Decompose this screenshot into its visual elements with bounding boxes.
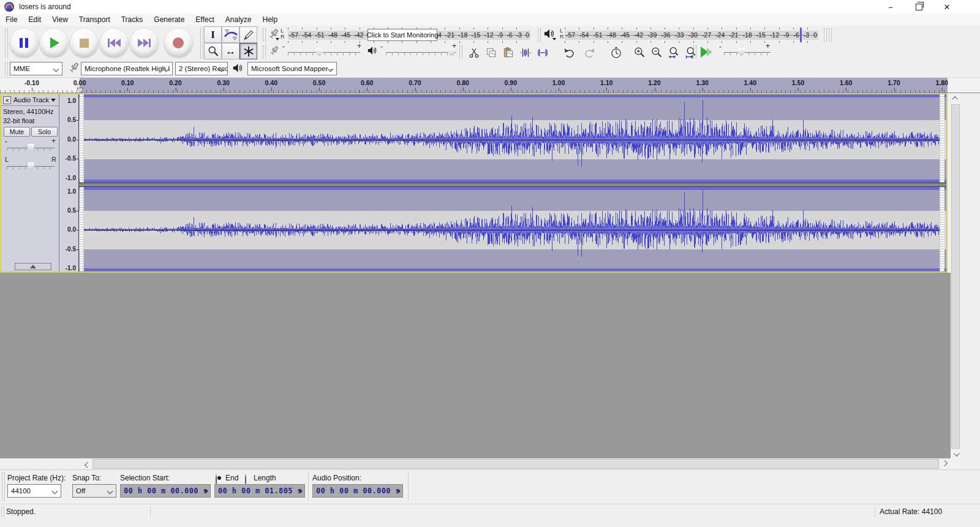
horizontal-scrollbar[interactable] <box>0 458 951 469</box>
waveform-channel-left[interactable] <box>80 97 944 180</box>
close-button[interactable]: ✕ <box>933 0 960 14</box>
horizontal-scrollbar-thumb[interactable] <box>92 459 939 469</box>
envelope-tool-button[interactable] <box>222 26 239 43</box>
timefield-dropdown-icon[interactable] <box>299 490 303 493</box>
length-radio-label[interactable]: Length <box>254 474 276 482</box>
audio-position-field[interactable]: 00 h 00 m 00.000 s <box>312 484 403 498</box>
scroll-left-button[interactable] <box>81 458 92 469</box>
pan-slider[interactable] <box>7 159 55 174</box>
copy-button[interactable] <box>483 45 499 60</box>
zoom-tool-button[interactable] <box>204 43 222 59</box>
play-button[interactable] <box>40 29 68 57</box>
menu-analyze[interactable]: Analyze <box>220 14 257 26</box>
vertical-scrollbar[interactable] <box>951 93 960 460</box>
skip-to-end-button[interactable] <box>130 29 158 57</box>
track-vertical-ruler[interactable]: 1.00.50.0-0.5-1.01.00.50.0-0.5-1.0 <box>59 94 79 271</box>
playback-device-select[interactable]: Microsoft Sound Mapper - <box>247 62 337 75</box>
zoom-out-button[interactable] <box>648 45 665 60</box>
channel-divider[interactable] <box>79 183 946 187</box>
menu-help[interactable]: Help <box>257 14 284 26</box>
end-radio-label[interactable]: End <box>225 474 238 482</box>
track-collapse-button[interactable] <box>15 263 51 270</box>
tools-toolbar-grip[interactable] <box>200 28 203 59</box>
menu-effect[interactable]: Effect <box>190 14 219 26</box>
selection-toolbar-grip[interactable] <box>2 472 5 501</box>
recording-meter-grip[interactable] <box>263 28 266 42</box>
clip-left-edge[interactable] <box>80 187 84 271</box>
minimize-button[interactable]: – <box>877 0 904 14</box>
trim-outside-selection-button[interactable] <box>517 45 533 60</box>
recording-volume-thumb[interactable] <box>316 48 323 56</box>
menu-edit[interactable]: Edit <box>23 14 47 26</box>
restore-button[interactable] <box>905 0 932 14</box>
sync-lock-button[interactable] <box>608 45 624 60</box>
menu-generate[interactable]: Generate <box>148 14 190 26</box>
recording-volume-slider[interactable] <box>288 43 360 56</box>
recording-device-select[interactable]: Microphone (Realtek High I <box>81 62 173 75</box>
clip-left-edge[interactable] <box>80 94 84 183</box>
snap-to-select[interactable]: Off <box>72 484 116 498</box>
menu-tracks[interactable]: Tracks <box>116 14 149 26</box>
menu-file[interactable]: File <box>0 14 23 26</box>
playback-meter-grip[interactable] <box>538 28 541 42</box>
solo-button[interactable]: Solo <box>31 127 58 137</box>
playback-speed-slider[interactable] <box>724 43 771 56</box>
playback-meter-dropdown-icon[interactable] <box>552 38 556 40</box>
track-title[interactable]: Audio Track <box>13 96 49 104</box>
record-button[interactable] <box>164 29 192 57</box>
project-rate-select[interactable]: 44100 <box>7 484 61 498</box>
draw-tool-button[interactable] <box>239 26 257 43</box>
clip-right-edge[interactable] <box>940 94 944 183</box>
multi-tool-button[interactable] <box>239 43 257 59</box>
skip-to-start-button[interactable] <box>100 29 128 57</box>
selection-end-field[interactable]: 00 h 00 m 01.805 s <box>214 484 305 498</box>
timeline-ruler[interactable]: -0.100.000.100.200.300.400.500.600.700.8… <box>0 78 980 93</box>
stop-button[interactable] <box>70 29 98 57</box>
transport-toolbar-grip[interactable] <box>5 28 8 58</box>
spare-toolbar-grip[interactable] <box>829 28 832 42</box>
mute-button[interactable]: Mute <box>4 127 30 137</box>
scroll-down-button[interactable] <box>951 449 960 460</box>
track-area-background[interactable] <box>0 273 951 458</box>
paste-button[interactable] <box>500 45 516 60</box>
gain-slider-thumb[interactable] <box>28 144 34 152</box>
zoom-in-button[interactable] <box>631 45 647 60</box>
fit-selection-button[interactable] <box>665 45 682 60</box>
record-meter-dropdown-icon[interactable] <box>276 38 279 40</box>
transcription-toolbar-grip[interactable] <box>693 45 696 59</box>
timeshift-tool-button[interactable]: ↔ <box>222 43 239 59</box>
edit-toolbar-grip[interactable] <box>459 45 462 59</box>
gain-slider[interactable] <box>7 141 55 156</box>
timefield-dropdown-icon[interactable] <box>397 490 401 493</box>
playback-speed-thumb[interactable] <box>738 48 745 56</box>
waveform-area[interactable] <box>79 94 946 271</box>
recording-channels-select[interactable]: 2 (Stereo) Reco <box>175 62 228 75</box>
pause-button[interactable] <box>10 29 38 57</box>
pan-slider-thumb[interactable] <box>28 162 34 170</box>
track-menu-dropdown-icon[interactable] <box>51 99 56 102</box>
selection-tool-button[interactable]: I <box>204 26 222 43</box>
timefield-dropdown-icon[interactable] <box>205 490 208 493</box>
device-toolbar-grip[interactable] <box>5 62 8 75</box>
track-close-button[interactable]: ✕ <box>3 96 11 104</box>
scroll-right-button[interactable] <box>940 458 951 469</box>
timeline-label: 0.30 <box>217 79 229 86</box>
scroll-up-button[interactable] <box>951 93 960 104</box>
silence-selection-button[interactable] <box>534 45 551 60</box>
menu-view[interactable]: View <box>47 14 74 26</box>
undo-button[interactable] <box>561 45 578 60</box>
meter-db-label: -39 <box>647 31 657 39</box>
mixer-toolbar-grip[interactable] <box>263 45 266 59</box>
selection-start-field[interactable]: 00 h 00 m 00.000 s <box>120 484 211 498</box>
audio-host-select[interactable]: MME <box>10 62 62 75</box>
vertical-scrollbar-thumb[interactable] <box>951 104 960 449</box>
menu-transport[interactable]: Transport <box>74 14 116 26</box>
playback-volume-slider[interactable] <box>386 43 456 56</box>
meter-end-grip[interactable] <box>824 28 827 42</box>
play-at-speed-button[interactable] <box>698 44 714 60</box>
waveform-channel-right[interactable] <box>80 190 944 268</box>
playback-meter[interactable]: -57-54-51-48-45-42-39-36-33-30-27-24-21-… <box>565 27 818 43</box>
clip-right-edge[interactable] <box>940 187 944 271</box>
cut-button[interactable] <box>466 45 482 60</box>
redo-button[interactable] <box>581 45 597 60</box>
